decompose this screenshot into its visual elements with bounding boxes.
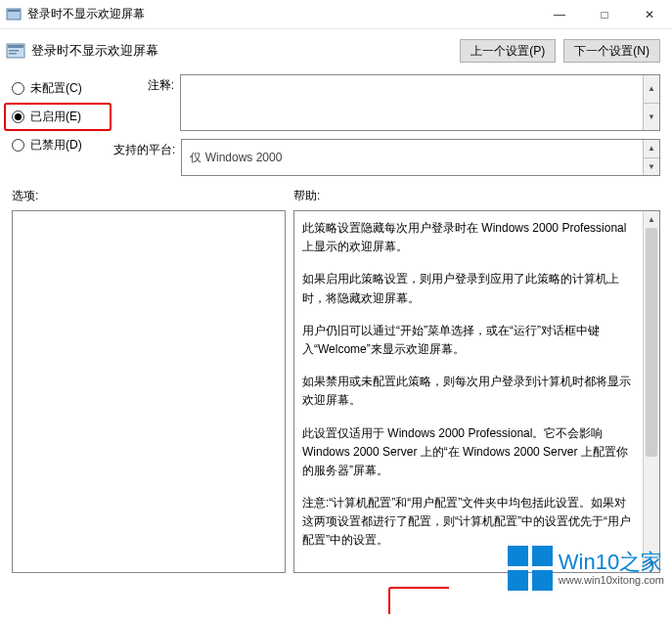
radio-disabled[interactable]: 已禁用(D) [12, 137, 104, 154]
help-content: 此策略设置隐藏每次用户登录时在 Windows 2000 Professiona… [294, 211, 659, 572]
spin-up-icon[interactable]: ▲ [643, 75, 659, 103]
help-box: 此策略设置隐藏每次用户登录时在 Windows 2000 Professiona… [293, 210, 660, 573]
close-button[interactable]: ✕ [627, 0, 672, 29]
header-row: 登录时不显示欢迎屏幕 上一个设置(P) 下一个设置(N) [0, 29, 672, 70]
svg-rect-5 [9, 53, 17, 55]
svg-rect-3 [8, 45, 23, 48]
radio-not-configured[interactable]: 未配置(C) [12, 80, 104, 97]
options-box [12, 210, 286, 573]
help-paragraph: 如果启用此策略设置，则用户登录到应用了此策略的计算机上时，将隐藏欢迎屏幕。 [302, 270, 638, 307]
radio-label: 未配置(C) [30, 80, 82, 97]
highlight-enabled: 已启用(E) [4, 103, 112, 131]
help-scrollbar[interactable]: ▲ ▼ [643, 211, 659, 572]
help-label: 帮助: [293, 188, 660, 204]
radio-icon [12, 111, 24, 123]
spin-down-icon[interactable]: ▼ [643, 157, 659, 176]
maximize-button[interactable]: □ [582, 0, 627, 29]
state-radios: 未配置(C) 已启用(E) 已禁用(D) [12, 74, 104, 176]
options-pane: 选项: [12, 188, 286, 573]
platform-value-box: 仅 Windows 2000 ▲ ▼ [181, 139, 660, 176]
help-paragraph: 注意:“计算机配置”和“用户配置”文件夹中均包括此设置。如果对这两项设置都进行了… [302, 494, 638, 551]
platform-row: 支持的平台: 仅 Windows 2000 ▲ ▼ [113, 139, 660, 176]
spin-up-icon[interactable]: ▲ [643, 140, 659, 157]
right-fields: 注释: ▲ ▼ 支持的平台: 仅 Windows 2000 ▲ ▼ [113, 74, 660, 176]
comment-label: 注释: [113, 74, 174, 94]
comment-row: 注释: ▲ ▼ [113, 74, 660, 131]
scroll-up-icon[interactable]: ▲ [644, 211, 659, 228]
scroll-down-icon[interactable]: ▼ [644, 555, 659, 572]
platform-value: 仅 Windows 2000 [190, 150, 282, 166]
app-icon [6, 7, 22, 22]
help-paragraph: 用户仍旧可以通过“开始”菜单选择，或在“运行”对话框中键入“Welcome”来显… [302, 322, 638, 359]
help-paragraph: 此策略设置隐藏每次用户登录时在 Windows 2000 Professiona… [302, 219, 638, 256]
next-setting-button[interactable]: 下一个设置(N) [563, 39, 660, 63]
help-paragraph: 如果禁用或未配置此策略，则每次用户登录到计算机时都将显示欢迎屏幕。 [302, 373, 638, 410]
radio-label: 已禁用(D) [30, 137, 82, 154]
config-area: 未配置(C) 已启用(E) 已禁用(D) 注释: ▲ ▼ 支持的平台: [0, 70, 672, 182]
radio-icon [12, 139, 24, 152]
scroll-track[interactable] [644, 228, 659, 555]
window-title: 登录时不显示欢迎屏幕 [27, 6, 537, 22]
platform-spinner: ▲ ▼ [643, 140, 659, 175]
radio-enabled[interactable]: 已启用(E) [12, 109, 104, 125]
policy-icon [6, 41, 25, 61]
help-paragraph: 此设置仅适用于 Windows 2000 Professional。它不会影响 … [302, 424, 638, 481]
scroll-thumb[interactable] [646, 228, 657, 457]
lower-area: 选项: 帮助: 此策略设置隐藏每次用户登录时在 Windows 2000 Pro… [0, 182, 672, 579]
policy-title: 登录时不显示欢迎屏幕 [31, 42, 452, 60]
svg-rect-1 [8, 10, 20, 12]
radio-label: 已启用(E) [30, 109, 81, 125]
help-pane: 帮助: 此策略设置隐藏每次用户登录时在 Windows 2000 Profess… [293, 188, 660, 573]
titlebar: 登录时不显示欢迎屏幕 — □ ✕ [0, 0, 672, 29]
platform-label: 支持的平台: [113, 139, 175, 158]
comment-input[interactable]: ▲ ▼ [180, 74, 660, 131]
svg-rect-4 [9, 50, 19, 52]
spin-down-icon[interactable]: ▼ [643, 103, 659, 131]
window-buttons: — □ ✕ [537, 0, 672, 29]
highlight-bottom [388, 587, 449, 614]
comment-spinner: ▲ ▼ [643, 75, 659, 130]
previous-setting-button[interactable]: 上一个设置(P) [460, 39, 556, 63]
options-label: 选项: [12, 188, 286, 204]
minimize-button[interactable]: — [537, 0, 582, 29]
radio-icon [12, 82, 24, 95]
